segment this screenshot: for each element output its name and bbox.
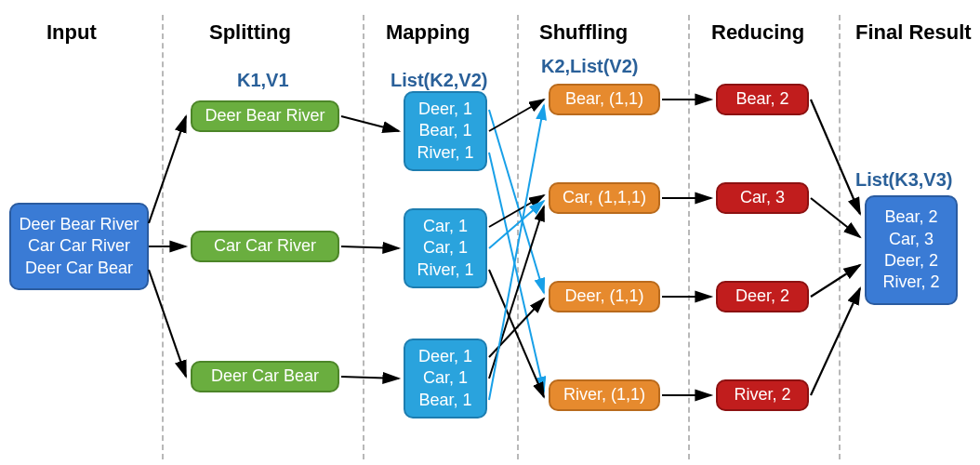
column-divider xyxy=(162,15,164,459)
reducing-item: River, 2 xyxy=(716,379,809,411)
mapping-pair: River, 1 xyxy=(417,142,473,164)
svg-line-21 xyxy=(811,265,860,297)
svg-line-2 xyxy=(149,270,186,377)
heading-reducing: Reducing xyxy=(711,20,804,45)
splitting-label: Deer Car Bear xyxy=(211,365,319,387)
svg-line-22 xyxy=(811,288,860,395)
reducing-label: River, 2 xyxy=(734,384,790,405)
svg-line-5 xyxy=(341,377,399,379)
reducing-label: Bear, 2 xyxy=(735,88,788,110)
input-line: Car Car River xyxy=(28,235,130,257)
input-line: Deer Bear River xyxy=(19,214,139,235)
heading-input: Input xyxy=(46,20,97,45)
reducing-label: Car, 3 xyxy=(740,187,785,208)
svg-line-0 xyxy=(149,116,186,223)
shuffling-label: Bear, (1,1) xyxy=(565,88,643,110)
mapping-pair: Deer, 1 xyxy=(418,99,472,120)
subheading-shuffling: K2,List(V2) xyxy=(541,56,638,77)
mapping-group: Deer, 1 Bear, 1 River, 1 xyxy=(404,91,487,171)
splitting-label: Car Car River xyxy=(214,235,316,257)
heading-mapping: Mapping xyxy=(386,20,470,45)
mapping-group: Deer, 1 Car, 1 Bear, 1 xyxy=(404,339,487,418)
column-divider xyxy=(517,15,519,459)
splitting-item: Deer Car Bear xyxy=(191,361,339,392)
final-line: River, 2 xyxy=(882,272,939,293)
mapping-pair: Bear, 1 xyxy=(418,120,471,141)
subheading-mapping: List(K2,V2) xyxy=(391,70,487,91)
mapping-pair: Car, 1 xyxy=(423,216,468,237)
reducing-item: Car, 3 xyxy=(716,182,809,214)
shuffling-item: Deer, (1,1) xyxy=(549,281,660,312)
shuffling-item: Bear, (1,1) xyxy=(549,84,660,115)
column-divider xyxy=(688,15,690,459)
subheading-splitting: K1,V1 xyxy=(237,70,289,91)
splitting-item: Car Car River xyxy=(191,231,339,262)
reducing-label: Deer, 2 xyxy=(735,286,789,307)
shuffling-label: Deer, (1,1) xyxy=(564,286,643,307)
svg-line-4 xyxy=(341,246,399,248)
final-line: Deer, 2 xyxy=(884,250,938,272)
svg-line-3 xyxy=(341,116,399,131)
svg-line-20 xyxy=(811,198,860,237)
column-divider xyxy=(839,15,841,459)
heading-final: Final Result xyxy=(855,20,972,45)
reducing-item: Bear, 2 xyxy=(716,84,809,115)
mapping-pair: River, 1 xyxy=(417,259,473,281)
final-line: Car, 3 xyxy=(889,229,934,250)
svg-line-19 xyxy=(811,100,860,214)
splitting-label: Deer Bear River xyxy=(205,105,324,126)
mapping-pair: Car, 1 xyxy=(423,237,468,259)
input-box: Deer Bear River Car Car River Deer Car B… xyxy=(9,203,149,290)
mapping-pair: Car, 1 xyxy=(423,367,468,389)
final-result-box: Bear, 2 Car, 3 Deer, 2 River, 2 xyxy=(865,195,958,305)
mapping-group: Car, 1 Car, 1 River, 1 xyxy=(404,208,487,288)
shuffling-item: Car, (1,1,1) xyxy=(549,182,660,214)
heading-splitting: Splitting xyxy=(209,20,291,45)
splitting-item: Deer Bear River xyxy=(191,100,339,132)
shuffling-label: River, (1,1) xyxy=(563,384,645,405)
column-divider xyxy=(363,15,364,459)
input-line: Deer Car Bear xyxy=(25,258,133,279)
final-line: Bear, 2 xyxy=(884,206,937,228)
shuffling-label: Car, (1,1,1) xyxy=(563,187,646,208)
reducing-item: Deer, 2 xyxy=(716,281,809,312)
subheading-final: List(K3,V3) xyxy=(855,169,952,191)
shuffling-item: River, (1,1) xyxy=(549,379,660,411)
mapping-pair: Bear, 1 xyxy=(418,390,471,411)
mapping-pair: Deer, 1 xyxy=(418,346,472,367)
heading-shuffling: Shuffling xyxy=(539,20,628,45)
